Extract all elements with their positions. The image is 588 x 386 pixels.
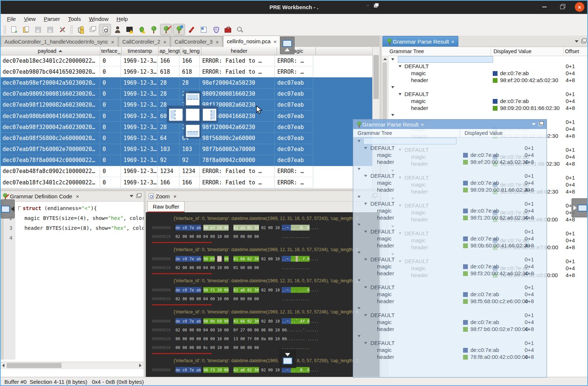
table-row[interactable]: dec07eab98f56800c2e60000020…01969-12-3…6… [0,133,380,144]
project-tree-button[interactable] [75,24,86,35]
expander-icon[interactable] [391,58,394,60]
hex-dump-view[interactable]: {'interface_id': 0, 'timestamp': datetim… [146,212,380,377]
expander-icon[interactable] [364,147,367,149]
open-file-button[interactable] [20,24,32,35]
panel-close-icon[interactable]: × [421,121,424,128]
table-row[interactable]: dec07eab18fc3401c2c20000022…01969-12-3…1… [0,177,380,188]
tree-node-row[interactable] [382,111,588,118]
expander-icon[interactable] [364,231,367,233]
tab-callcontroller_2[interactable]: CallController_2× [119,36,170,47]
tree-node-row[interactable] [353,249,547,256]
menu-window[interactable]: Window [85,15,112,23]
save-as-button[interactable] [44,24,56,35]
maximize-button[interactable] [557,2,567,12]
panel-float-button[interactable] [537,121,544,128]
hex-line[interactable]: 00000000de c0 7e ab 98 ef 20 00 42 a5 02… [146,223,380,232]
menu-view[interactable]: View [20,15,40,23]
debug-bug-button[interactable] [136,24,147,35]
expander-icon[interactable] [364,286,367,288]
table-row[interactable]: dec07eab98f7b60002e70000020…01969-12-3…1… [0,144,380,155]
panel-close-icon[interactable]: × [76,193,79,199]
expander-icon[interactable] [399,93,402,95]
panel-menu-button[interactable] [128,193,135,199]
column-header-payload[interactable]: payload [0,47,100,55]
window-close-button[interactable]: × [575,2,584,12]
table-row[interactable]: dec07eab9809200081660230020…01969-12-3…2… [0,89,380,100]
tree-leaf-row[interactable]: header98:f5:68:00:c2:e6:00:004+8 [353,298,547,305]
cascade-windows-button[interactable] [87,24,98,35]
tabbar-float-button[interactable] [372,3,379,9]
tree-leaf-row[interactable]: magicde:c0:7e:ab0+4 [353,291,547,298]
parse-tree-button[interactable] [148,24,159,35]
tree-node-row[interactable] [382,56,588,63]
tree-leaf-row[interactable]: header98:09:20:00:81:66:02:304+8 [382,104,588,111]
hex-line[interactable]: 0000003000 00 00 00 0c 00 10 00 00 00 00… [146,343,380,352]
tree-leaf-row[interactable]: magicde:c0:7e:ab0+4 [353,179,547,186]
expander-icon[interactable] [358,196,360,198]
menu-file[interactable]: File [3,15,20,23]
tree-node-row[interactable] [353,165,547,172]
column-header-displayed-value[interactable]: Displayed Value [460,129,547,137]
tree-node-row[interactable] [353,221,547,228]
panel-close-icon[interactable]: × [173,193,177,199]
panel-titlebar[interactable]: Zoom × [146,191,380,202]
tree-node-row[interactable] [353,332,547,339]
expander-icon[interactable] [358,251,360,254]
tab-grammar-parse-result[interactable]: Grammar Parse Result × [382,36,458,47]
menu-help[interactable]: Help [112,15,132,23]
expander-icon[interactable] [358,168,360,170]
tab-close-icon[interactable]: × [111,39,114,45]
hex-line[interactable]: 0000001002 00 00 00 04 00 10 00 00 00 00… [146,294,380,303]
hex-line[interactable]: 00000000de c0 7e ab 98 09 20 00 81 66 02… [146,254,380,263]
tab-cellinfo_nosim.pca[interactable]: cellinfo_nosim.pca× [223,36,280,47]
menu-tools[interactable]: Tools [64,15,85,23]
panel-menu-button[interactable] [573,38,580,45]
user-profile-button[interactable] [112,24,123,35]
tree-node-row[interactable]: DEFAULT0+1 [353,284,547,291]
table-row[interactable]: dec07eab9807bc0441650230020…01969-12-3…6… [0,66,380,77]
tree-node-row[interactable]: DEFAULT0+1 [353,312,547,319]
hex-line[interactable]: 00000000de c0 7e ab 98 0b 60 00 41 66 02… [146,317,380,326]
tree-node-row[interactable]: DEFAULT0+1 [353,172,547,179]
table-row[interactable]: dec07eab980b600041660230020…01969-12-3…6… [0,111,380,122]
marker-pen-button[interactable] [186,24,197,35]
panel-float-button[interactable] [580,38,587,45]
tree-node-row[interactable] [353,137,547,144]
edit-grammar-button[interactable] [160,24,172,35]
expander-icon[interactable] [358,140,360,142]
tab-close-icon[interactable]: × [273,38,277,45]
reparse-grammar-button[interactable] [173,24,185,35]
panel-titlebar[interactable]: Grammar Definition Code × [0,191,144,202]
tree-leaf-row[interactable]: magicde:c0:7e:ab0+4 [353,263,547,270]
tree-node-row[interactable]: DEFAULT0+1 [353,228,547,235]
tree-node-row[interactable] [382,84,588,91]
tab-close-icon[interactable]: × [163,39,167,45]
tree-node-row[interactable]: DEFAULT0+1 [353,339,547,346]
tree-leaf-row[interactable]: magicde:c0:7e:ab0+4 [353,151,547,158]
tree-leaf-row[interactable]: magicde:c0:7e:ab0+4 [353,207,547,214]
toolbox-button[interactable] [222,24,233,35]
tree-node-row[interactable] [353,277,547,284]
code-editor[interactable]: 1234 struct (endianness="<"){ magic BYTE… [0,201,144,360]
scrollbar-thumb[interactable] [7,363,62,368]
expander-icon[interactable] [391,114,394,116]
tree-node-row[interactable] [353,193,547,200]
hex-line[interactable]: 00000000de c0 7e ab 98 f3 20 00 42 a6 02… [146,365,380,374]
table-row[interactable]: dec07eab98f1200082a60230020…01969-12-3…2… [0,100,380,111]
hex-line[interactable]: 00000000de c0 7e ab 98 f1 20 00 82 a6 02… [146,286,380,294]
tree-node-row[interactable]: DEFAULT0+1 [353,200,547,207]
tree-leaf-row[interactable]: header98:ef:20:00:42:a5:02:304+8 [382,77,588,84]
floating-window-titlebar[interactable]: Grammar Parse Result × [353,120,547,129]
column-header-offset[interactable]: Offset [563,47,588,56]
shield-search-button[interactable] [210,24,221,35]
column-header-timestamp[interactable]: timestamp [122,47,159,55]
search-button[interactable] [234,24,245,35]
save-button[interactable] [32,24,44,35]
panel-close-icon[interactable]: × [451,38,454,45]
column-header-ig_leng[interactable]: ig_leng [181,47,201,55]
scroll-right-button[interactable] [137,362,144,369]
table-row[interactable]: dec07eab98f3200042a60230020…01969-12-3…2… [0,122,380,133]
tree-leaf-row[interactable]: header98:f3:20:00:42:a6:02:304+8 [353,270,547,277]
scroll-left-button[interactable] [0,362,7,369]
new-file-button[interactable] [8,24,19,35]
